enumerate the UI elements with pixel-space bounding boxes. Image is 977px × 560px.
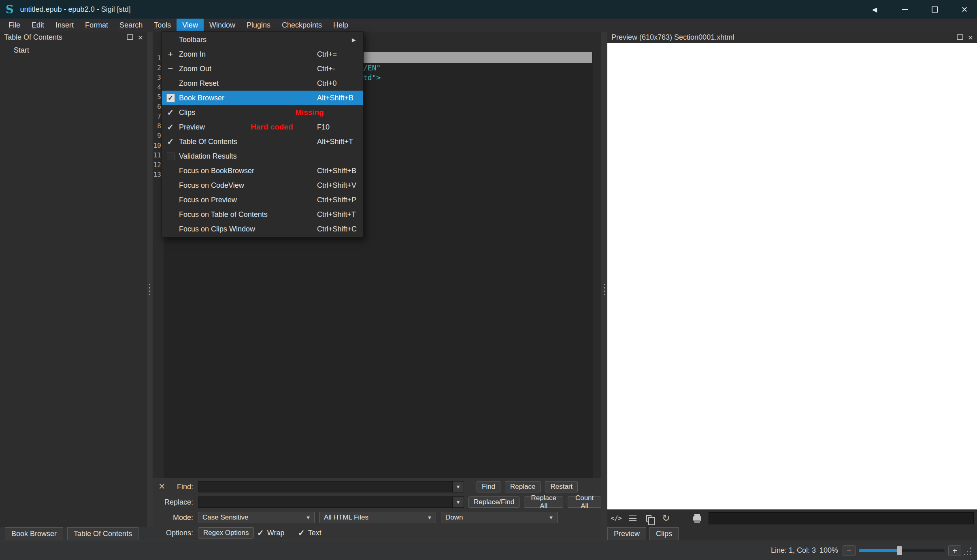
window-back-button[interactable]: ◀ — [868, 3, 881, 15]
refresh-icon[interactable]: ↻ — [660, 513, 672, 524]
view-menu-item-focus-on-clips-window[interactable]: Focus on Clips WindowCtrl+Shift+C — [162, 222, 363, 236]
menu-icon-cell: + — [165, 49, 176, 59]
dock-tab-preview[interactable]: Preview — [607, 527, 646, 540]
mode-dropdown-down[interactable]: Down▾ — [441, 512, 558, 523]
left-dock-tabs: Book BrowserTable Of Contents — [0, 527, 153, 541]
view-menu-item-table-of-contents[interactable]: ✓Table Of ContentsAlt+Shift+T — [162, 134, 363, 149]
code-view-icon[interactable]: </> — [611, 513, 622, 524]
select-lines-icon[interactable] — [627, 513, 639, 524]
view-menu-item-validation-results[interactable]: Validation Results — [162, 149, 363, 163]
replace-input[interactable] — [198, 497, 452, 507]
view-menu-item-focus-on-bookbrowser[interactable]: Focus on BookBrowserCtrl+Shift+B — [162, 163, 363, 178]
menubar-item-window[interactable]: Window — [204, 19, 241, 32]
view-menu-item-toolbars[interactable]: Toolbars▶ — [162, 32, 363, 47]
zoom-slider-handle[interactable] — [897, 546, 902, 555]
menu-item-shortcut: Ctrl+Shift+C — [317, 225, 357, 233]
menubar-item-format[interactable]: Format — [79, 19, 114, 32]
copy-icon[interactable] — [644, 513, 655, 524]
view-menu-item-clips[interactable]: ✓ClipsMissing — [162, 105, 363, 120]
button-count-all[interactable]: Count All — [568, 496, 601, 508]
code-fragment: td"> — [363, 73, 381, 83]
button-restart[interactable]: Restart — [545, 481, 578, 492]
menubar-item-help[interactable]: Help — [328, 19, 354, 32]
button-replace-all[interactable]: Replace All — [524, 496, 563, 508]
preview-address-bar[interactable] — [709, 512, 974, 524]
menubar-item-view[interactable]: View — [177, 19, 204, 32]
view-menu-item-zoom-out[interactable]: −Zoom OutCtrl+- — [162, 62, 363, 76]
find-label: Find: — [153, 479, 193, 494]
menu-item-label: Validation Results — [179, 152, 237, 161]
menu-item-shortcut: Ctrl+- — [317, 65, 335, 73]
view-menu-item-focus-on-codeview[interactable]: Focus on CodeViewCtrl+Shift+V — [162, 178, 363, 193]
checkbox-label: Wrap — [267, 529, 285, 537]
mode-dropdown-all-html-files[interactable]: All HTML Files▾ — [319, 512, 436, 523]
menubar-item-tools[interactable]: Tools — [148, 19, 177, 32]
checkbox-wrap[interactable]: ✓Wrap — [257, 527, 284, 539]
preview-close-icon[interactable]: × — [968, 33, 973, 42]
zoom-out-button[interactable]: − — [843, 545, 856, 556]
checkbox-label: Text — [308, 529, 321, 537]
toc-close-icon[interactable]: × — [138, 33, 143, 42]
zoom-in-icon: + — [168, 49, 173, 59]
menubar-item-plugins[interactable]: Plugins — [241, 19, 276, 32]
toc-panel-header: Table Of Contents × — [0, 32, 147, 43]
zoom-slider-fill — [859, 549, 899, 552]
button-replace[interactable]: Replace — [505, 481, 541, 492]
toc-item-start[interactable]: Start — [0, 45, 147, 55]
zoom-level: 100% — [819, 541, 838, 560]
window-controls: ◀× — [868, 0, 971, 19]
menu-item-label: Table Of Contents — [179, 138, 237, 146]
sigil-logo-icon: S — [6, 4, 14, 15]
button-replace-find[interactable]: Replace/Find — [468, 496, 519, 508]
replace-history-dropdown-icon[interactable]: ▾ — [452, 497, 464, 507]
menu-item-label: Zoom Reset — [179, 79, 219, 88]
dropdown-value: Case Sensitive — [198, 513, 302, 522]
dock-tab-clips[interactable]: Clips — [649, 527, 679, 540]
checkbox-check-icon: ✓ — [257, 528, 264, 538]
button-find[interactable]: Find — [477, 481, 500, 492]
check-icon: ✓ — [167, 137, 174, 146]
toc-float-icon[interactable] — [127, 34, 133, 40]
view-menu-item-focus-on-table-of-contents[interactable]: Focus on Table of ContentsCtrl+Shift+T — [162, 207, 363, 222]
window-close-button[interactable]: × — [958, 3, 971, 15]
view-menu-item-zoom-reset[interactable]: Zoom ResetCtrl+0 — [162, 76, 363, 91]
find-buttons: FindReplaceRestart — [477, 481, 578, 492]
view-menu-item-zoom-in[interactable]: +Zoom InCtrl+= — [162, 47, 363, 62]
maximize-icon — [932, 6, 938, 13]
splitter-left[interactable] — [147, 32, 153, 541]
dock-tab-book-browser[interactable]: Book Browser — [5, 527, 63, 540]
preview-panel-title: Preview (610x763) Section0001.xhtml — [611, 33, 734, 42]
checkbox-text[interactable]: ✓Text — [298, 527, 321, 539]
window-maximize-button[interactable] — [928, 3, 941, 15]
menu-item-label: Clips — [179, 108, 195, 117]
print-icon[interactable] — [692, 513, 703, 524]
view-menu-item-book-browser[interactable]: ✓Book BrowserAlt+Shift+B — [162, 91, 363, 105]
view-menu-item-preview[interactable]: ✓PreviewHard codedF10 — [162, 120, 363, 134]
zoom-slider[interactable] — [859, 546, 945, 555]
find-history-dropdown-icon[interactable]: ▾ — [452, 482, 464, 492]
mode-dropdown-case-sensitive[interactable]: Case Sensitive▾ — [198, 512, 315, 523]
menubar-item-edit[interactable]: Edit — [26, 19, 50, 32]
window-minimize-button[interactable] — [898, 3, 911, 15]
preview-float-icon[interactable] — [957, 34, 963, 40]
mode-dropdowns: Case Sensitive▾All HTML Files▾Down▾ — [153, 510, 601, 525]
zoom-in-button[interactable]: + — [948, 545, 961, 556]
splitter-grip-icon — [149, 284, 150, 285]
menubar-item-file[interactable]: File — [3, 19, 26, 32]
menubar-item-checkpoints[interactable]: Checkpoints — [276, 19, 328, 32]
splitter-right[interactable] — [601, 32, 607, 541]
view-menu-item-focus-on-preview[interactable]: Focus on PreviewCtrl+Shift+P — [162, 193, 363, 207]
find-input[interactable] — [198, 482, 452, 492]
menu-item-shortcut: F10 — [317, 123, 330, 132]
menubar-item-search[interactable]: Search — [114, 19, 148, 32]
find-replace-panel: × Find: ▾ FindReplaceRestart Replace: ▾ … — [153, 478, 601, 541]
toc-panel: Table Of Contents × Start — [0, 32, 147, 527]
dock-tab-table-of-contents[interactable]: Table Of Contents — [67, 527, 138, 540]
menubar-item-insert[interactable]: Insert — [50, 19, 79, 32]
toc-tree: Start — [0, 43, 147, 55]
dropdown-value: All HTML Files — [320, 513, 424, 522]
editor-scrollbar[interactable] — [593, 52, 601, 478]
resize-grip[interactable] — [970, 554, 971, 555]
preview-viewport[interactable] — [607, 43, 977, 509]
view-menu: Toolbars▶+Zoom InCtrl+=−Zoom OutCtrl+-Zo… — [162, 31, 364, 238]
